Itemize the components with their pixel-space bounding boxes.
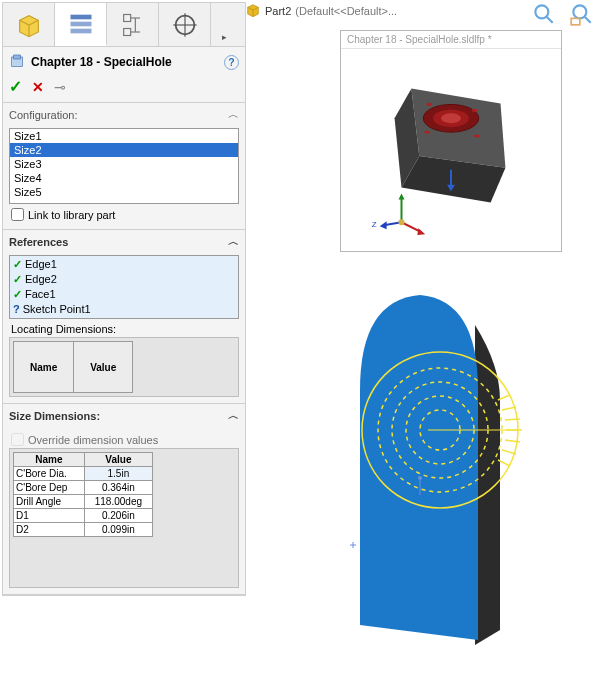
svg-rect-7 <box>70 28 91 33</box>
svg-marker-33 <box>380 221 387 229</box>
svg-marker-29 <box>399 194 405 200</box>
svg-line-45 <box>502 407 516 410</box>
check-icon: ✓ <box>13 287 22 302</box>
tab-feature[interactable] <box>3 3 55 46</box>
svg-point-25 <box>472 109 478 112</box>
references-listbox[interactable]: ✓Edge1✓Edge2✓Face1?Sketch Point1 <box>9 255 239 319</box>
breadcrumb-config: (Default<<Default>... <box>295 5 397 17</box>
table-row[interactable]: C'Bore Dia.1.5in <box>14 467 153 481</box>
col-value: Value <box>74 342 133 393</box>
chevron-up-icon: ︿ <box>228 408 239 423</box>
configuration-label: Configuration: <box>9 109 78 121</box>
references-label: References <box>9 236 68 248</box>
svg-line-46 <box>505 419 520 420</box>
property-manager-panel: ▸ Chapter 18 - SpecialHole ? ✓ ✕ ⊸ Confi… <box>2 2 246 596</box>
config-item[interactable]: Size2 <box>10 143 238 157</box>
config-item[interactable]: Size3 <box>10 157 238 171</box>
configuration-section: Configuration: ︿ Size1Size2Size3Size4Siz… <box>3 102 245 229</box>
panel-actions: ✓ ✕ ⊸ <box>3 75 245 102</box>
library-feature-icon <box>9 53 25 71</box>
svg-rect-9 <box>123 28 130 35</box>
reference-item[interactable]: ✓Edge1 <box>13 257 235 272</box>
svg-point-23 <box>441 113 461 123</box>
svg-rect-4 <box>571 18 580 25</box>
svg-point-24 <box>426 103 432 106</box>
tab-property-manager[interactable] <box>55 3 107 46</box>
locating-dimensions-table[interactable]: Name Value <box>13 341 133 393</box>
preview-title: Chapter 18 - SpecialHole.sldlfp * <box>341 31 561 49</box>
panel-title-row: Chapter 18 - SpecialHole ? <box>3 47 245 75</box>
svg-line-49 <box>502 450 516 454</box>
table-row[interactable]: C'Bore Dep0.364in <box>14 481 153 495</box>
col-value: Value <box>84 453 152 467</box>
chevron-up-icon: ︿ <box>228 107 239 122</box>
chevron-right-icon: ▸ <box>222 32 227 42</box>
col-name: Name <box>14 342 74 393</box>
reference-item[interactable]: ?Sketch Point1 <box>13 302 235 317</box>
locating-dimensions-label: Locating Dimensions: <box>9 319 239 337</box>
references-header[interactable]: References ︿ <box>3 230 245 253</box>
part-icon <box>245 2 261 20</box>
accept-button[interactable]: ✓ <box>9 77 22 96</box>
size-dimensions-area: Name Value C'Bore Dia.1.5inC'Bore Dep0.3… <box>9 448 239 588</box>
svg-rect-17 <box>14 55 21 59</box>
chevron-up-icon: ︿ <box>228 234 239 249</box>
zoom-area-icon[interactable] <box>569 1 595 29</box>
config-item[interactable]: Size1 <box>10 129 238 143</box>
help-icon[interactable]: ? <box>224 55 239 70</box>
question-icon: ? <box>13 302 20 317</box>
svg-line-3 <box>584 16 591 22</box>
size-dimensions-label: Size Dimensions: <box>9 410 100 422</box>
override-dimensions-checkbox <box>11 433 24 446</box>
pin-button[interactable]: ⊸ <box>54 79 66 95</box>
preview-window[interactable]: Chapter 18 - SpecialHole.sldlfp * Z <box>340 30 562 252</box>
configuration-listbox[interactable]: Size1Size2Size3Size4Size5 <box>9 128 239 204</box>
size-dimensions-header[interactable]: Size Dimensions: ︿ <box>3 404 245 427</box>
locating-dimensions-area: Name Value <box>9 337 239 397</box>
tab-overflow[interactable]: ▸ <box>211 3 237 46</box>
svg-point-52 <box>418 476 422 480</box>
svg-point-34 <box>399 219 405 225</box>
svg-rect-5 <box>70 14 91 19</box>
reference-item[interactable]: ✓Face1 <box>13 287 235 302</box>
svg-point-27 <box>474 135 480 138</box>
references-section: References ︿ ✓Edge1✓Edge2✓Face1?Sketch P… <box>3 229 245 403</box>
col-name: Name <box>14 453 85 467</box>
svg-line-1 <box>546 16 553 22</box>
tab-configuration[interactable] <box>107 3 159 46</box>
svg-rect-6 <box>70 21 91 26</box>
check-icon: ✓ <box>13 272 22 287</box>
cancel-button[interactable]: ✕ <box>32 79 44 95</box>
link-library-checkbox[interactable] <box>11 208 24 221</box>
table-row[interactable]: Drill Angle118.00deg <box>14 495 153 509</box>
zoom-toolbar <box>531 1 595 29</box>
configuration-header[interactable]: Configuration: ︿ <box>3 103 245 126</box>
zoom-fit-icon[interactable] <box>531 1 557 29</box>
table-row[interactable]: D10.206in <box>14 509 153 523</box>
triad-icon[interactable]: Z <box>372 194 425 236</box>
svg-point-26 <box>424 131 430 134</box>
reference-item[interactable]: ✓Edge2 <box>13 272 235 287</box>
panel-title: Chapter 18 - SpecialHole <box>31 55 218 69</box>
config-item[interactable]: Size5 <box>10 185 238 199</box>
table-row[interactable]: D20.099in <box>14 523 153 537</box>
panel-tabs: ▸ <box>3 3 245 47</box>
size-dimensions-section: Size Dimensions: ︿ Override dimension va… <box>3 403 245 595</box>
tab-dimxpert[interactable] <box>159 3 211 46</box>
svg-text:Z: Z <box>372 220 377 229</box>
config-item[interactable]: Size4 <box>10 171 238 185</box>
override-dimensions-label: Override dimension values <box>28 434 158 446</box>
breadcrumb-part[interactable]: Part2 <box>265 5 291 17</box>
size-dimensions-table[interactable]: Name Value C'Bore Dia.1.5inC'Bore Dep0.3… <box>13 452 153 537</box>
breadcrumb: ▸ Part2 (Default<<Default>... <box>236 2 397 20</box>
main-viewport[interactable] <box>300 270 580 670</box>
svg-marker-31 <box>417 228 425 235</box>
svg-rect-8 <box>123 14 130 21</box>
check-icon: ✓ <box>13 257 22 272</box>
link-library-label: Link to library part <box>28 209 115 221</box>
preview-viewport[interactable]: Z <box>341 49 561 247</box>
